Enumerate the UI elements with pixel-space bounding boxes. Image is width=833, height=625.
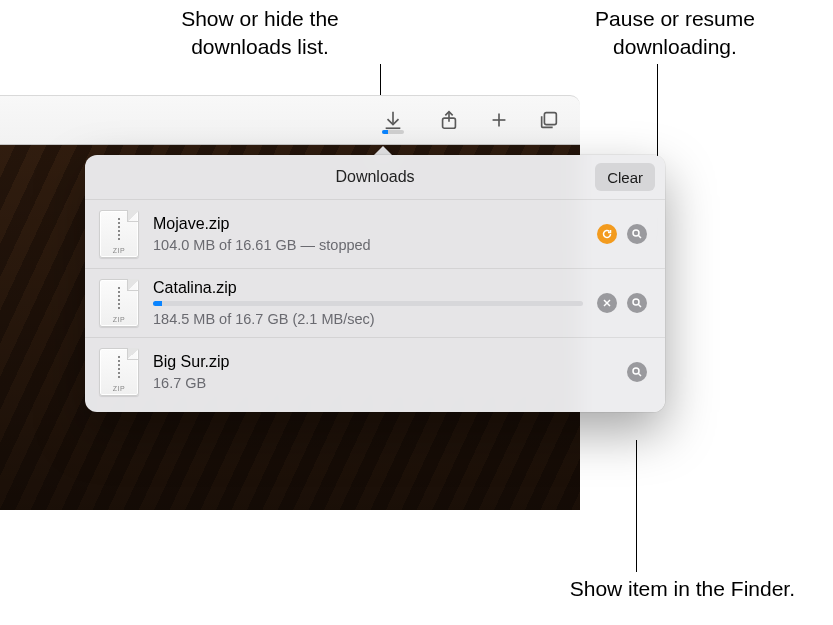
download-filename: Mojave.zip <box>153 215 583 233</box>
download-progress-bar <box>153 301 583 306</box>
clear-button[interactable]: Clear <box>595 163 655 191</box>
downloads-popover: Downloads Clear ZIP Mojave.zip 104.0 MB … <box>85 155 665 412</box>
download-filename: Catalina.zip <box>153 279 583 297</box>
svg-point-2 <box>633 230 639 236</box>
download-filename: Big Sur.zip <box>153 353 613 371</box>
zip-file-icon: ZIP <box>99 348 139 396</box>
popover-header: Downloads Clear <box>85 155 665 199</box>
zip-file-icon: ZIP <box>99 279 139 327</box>
svg-rect-1 <box>544 113 556 125</box>
zip-file-icon: ZIP <box>99 210 139 258</box>
new-tab-icon[interactable] <box>488 109 510 131</box>
reveal-in-finder-button[interactable] <box>627 293 647 313</box>
download-row: ZIP Catalina.zip 184.5 MB of 16.7 GB (2.… <box>85 268 665 337</box>
download-status: 184.5 MB of 16.7 GB (2.1 MB/sec) <box>153 311 583 327</box>
download-progress-indicator <box>382 130 404 134</box>
tab-overview-icon[interactable] <box>538 109 560 131</box>
callout-line <box>636 440 637 572</box>
reveal-in-finder-button[interactable] <box>627 224 647 244</box>
stop-button[interactable] <box>597 293 617 313</box>
browser-toolbar <box>0 95 580 145</box>
svg-point-3 <box>633 299 639 305</box>
svg-point-4 <box>633 368 639 374</box>
download-row: ZIP Mojave.zip 104.0 MB of 16.61 GB — st… <box>85 199 665 268</box>
reveal-in-finder-button[interactable] <box>627 362 647 382</box>
share-icon[interactable] <box>438 109 460 131</box>
download-status: 104.0 MB of 16.61 GB — stopped <box>153 237 583 253</box>
download-status: 16.7 GB <box>153 375 613 391</box>
callout-show-hide: Show or hide the downloads list. <box>140 5 380 62</box>
callout-pause-resume: Pause or resume downloading. <box>555 5 795 62</box>
download-row: ZIP Big Sur.zip 16.7 GB <box>85 337 665 406</box>
resume-button[interactable] <box>597 224 617 244</box>
callout-show-in-finder: Show item in the Finder. <box>455 575 795 603</box>
downloads-button[interactable] <box>382 109 404 131</box>
popover-title: Downloads <box>335 168 414 186</box>
